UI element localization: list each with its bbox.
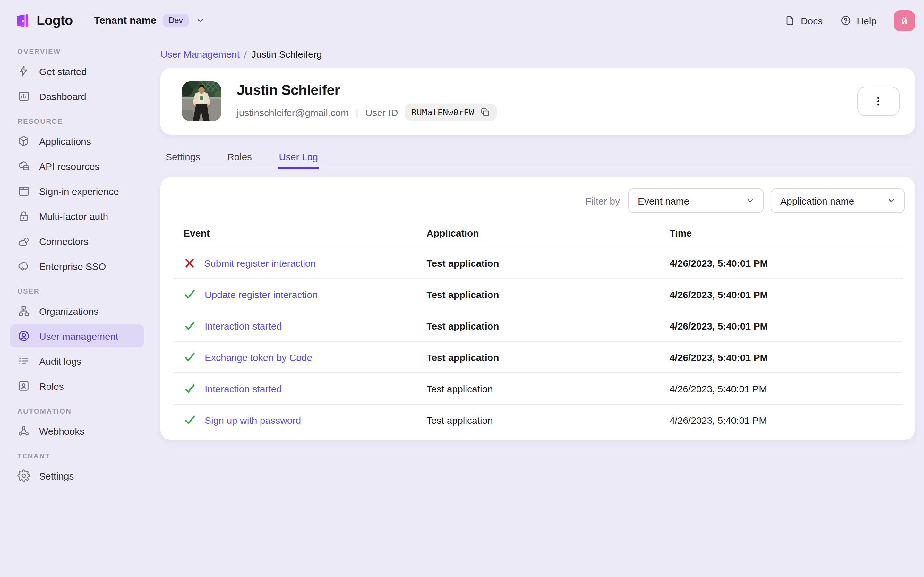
org-chart-icon [17,305,30,318]
chevron-down-icon [745,195,755,206]
time-cell: 4/26/2023, 5:40:01 PM [659,310,902,342]
tab-user-log[interactable]: User Log [278,147,319,169]
success-check-icon [184,414,196,427]
column-header-application: Application [416,222,659,247]
user-header-card: Justin Schleifer justinschleifer@gmail.c… [160,68,915,135]
sidebar-item-connectors[interactable]: Connectors [10,229,144,253]
sidebar-item-user-management[interactable]: User management [10,324,144,348]
sidebar-item-label: Sign-in experience [39,185,119,197]
table-header-row: Event Application Time [173,222,902,247]
id-card-icon [17,380,30,392]
cloud-box-icon [17,160,30,172]
column-header-event: Event [173,222,416,247]
tab-settings[interactable]: Settings [164,147,202,169]
user-avatar[interactable]: й [894,10,915,31]
sidebar-item-label: API resources [39,161,99,171]
user-log-table: Event Application Time Submit register i… [173,222,902,436]
application-cell: Test application [416,310,659,342]
docs-button[interactable]: Docs [784,15,822,26]
sidebar-item-audit-logs[interactable]: Audit logs [10,350,144,372]
event-link[interactable]: Sign up with password [205,415,301,426]
filter-bar: Filter by Event name Application name [171,187,905,216]
sidebar-item-api-resources[interactable]: API resources [10,155,144,177]
sidebar-item-label: Settings [39,470,74,481]
sidebar-item-enterprise-sso[interactable]: Enterprise SSO [10,255,144,277]
success-check-icon [184,319,196,332]
sidebar-item-dashboard[interactable]: Dashboard [10,85,144,108]
sidebar-item-roles[interactable]: Roles [10,374,144,398]
sidebar-section-overview: OVERVIEW [17,47,137,55]
time-cell: 4/26/2023, 5:40:01 PM [659,279,902,310]
breadcrumb-user-management-link[interactable]: User Management [160,49,240,60]
user-id-label: User ID [365,107,398,118]
column-header-time: Time [659,222,902,247]
cloud-key-icon [17,259,30,272]
list-icon [17,355,30,367]
sidebar-section-resource: RESOURCE [17,117,137,125]
chevron-down-icon [886,195,897,206]
docs-label: Docs [801,15,822,26]
docs-icon [784,15,796,26]
sidebar-item-label: Get started [39,66,87,77]
filter-by-label: Filter by [586,195,620,206]
lightning-icon [17,65,30,77]
chevron-down-icon [195,15,205,26]
tab-roles[interactable]: Roles [226,147,253,169]
sidebar-section-tenant: TENANT [17,452,137,460]
event-link[interactable]: Submit register interaction [204,258,316,268]
sidebar-item-sign-in-experience[interactable]: Sign-in experience [10,179,144,203]
application-cell: Test application [416,247,659,279]
header-divider [83,13,84,27]
event-cell: Sign up with password [184,414,411,427]
event-link[interactable]: Exchange token by Code [205,351,312,363]
sidebar-item-settings[interactable]: Settings [10,464,144,487]
user-info: Justin Schleifer justinschleifer@gmail.c… [237,82,497,121]
help-button[interactable]: Help [840,15,877,26]
sidebar-item-get-started[interactable]: Get started [10,60,144,83]
application-name-select[interactable]: Application name [771,189,905,213]
event-cell: Exchange token by Code [184,351,411,364]
event-link[interactable]: Update register interaction [205,289,318,300]
logto-logo[interactable]: Logto [13,12,73,29]
event-name-select[interactable]: Event name [628,189,764,213]
copy-icon[interactable] [480,107,490,117]
more-actions-button[interactable] [857,87,900,116]
sidebar-item-label: Enterprise SSO [39,261,106,271]
event-cell: Interaction started [184,319,411,332]
event-link[interactable]: Interaction started [205,383,282,394]
table-row: Sign up with password Test application 4… [173,404,902,436]
sidebar-item-label: Webhooks [39,425,84,436]
sidebar-item-applications[interactable]: Applications [10,129,144,153]
table-row: Submit register interaction Test applica… [173,247,902,279]
user-log-panel: Filter by Event name Application name [160,177,915,440]
topbar-actions: Docs Help й [784,10,915,31]
event-link[interactable]: Interaction started [205,320,282,331]
user-email: justinschleifer@gmail.com [237,107,349,118]
sidebar-item-multi-factor-auth[interactable]: Multi-factor auth [10,205,144,227]
sidebar-item-label: Dashboard [39,91,86,102]
time-cell: 4/26/2023, 5:40:01 PM [659,404,902,436]
application-cell: Test application [416,279,659,310]
table-row: Interaction started Test application 4/2… [173,310,902,342]
sidebar-item-organizations[interactable]: Organizations [10,300,144,322]
time-cell: 4/26/2023, 5:40:01 PM [659,342,902,373]
sidebar-item-webhooks[interactable]: Webhooks [10,419,144,442]
sidebar-item-label: Roles [39,380,64,392]
tenant-env-badge: Dev [163,14,189,27]
meta-separator: | [356,107,359,118]
application-cell: Test application [416,373,659,404]
cube-icon [17,135,30,147]
application-cell: Test application [416,404,659,436]
success-check-icon [184,288,196,301]
tenant-selector[interactable]: Tenant name Dev [94,14,205,27]
sidebar-section-automation: AUTOMATION [17,407,137,415]
help-icon [840,15,851,26]
user-id-pill: RUMatENw0rFW [405,104,496,121]
breadcrumb-current: Justin Schleiferg [251,49,322,60]
gear-icon [17,469,30,482]
event-cell: Submit register interaction [184,257,411,269]
sidebar-item-label: Audit logs [39,356,81,366]
event-name-select-value: Event name [638,195,689,206]
time-cell: 4/26/2023, 5:40:01 PM [659,247,902,279]
sidebar-item-label: Applications [39,135,91,147]
